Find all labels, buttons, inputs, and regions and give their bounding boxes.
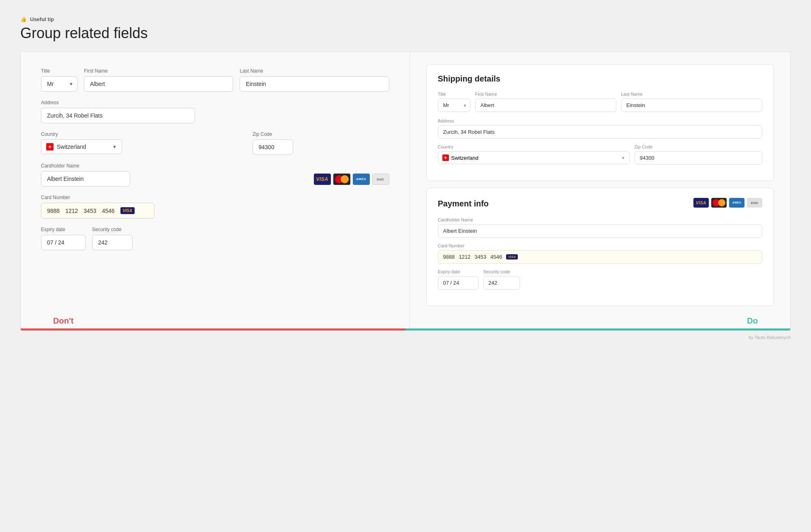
cardholder-input-left[interactable] [41,171,130,187]
name-row-left: Title Mr Ms Dr ▼ First Name Last Name [41,68,389,92]
expiry-security-row-left: Expiry date Security code [41,227,389,250]
shipping-country-value: Switzerland [451,155,619,161]
page-title: Group related fields [20,25,791,42]
shipping-address-group: Address [438,118,763,139]
pay-card-seg1: 9888 [443,254,455,260]
payment-cardholder-input[interactable] [438,224,763,238]
payment-security-group: Security code [483,269,520,290]
shipping-country-label: Country [438,144,630,149]
security-field-group-left: Security code [92,227,133,250]
payment-card: Payment info VISA AMEX DISC Cardholder N… [426,188,775,306]
title-label-left: Title [41,68,77,74]
shipping-firstname-input[interactable] [475,99,616,112]
left-panel: Title Mr Ms Dr ▼ First Name Last Name [21,52,410,330]
card-number-field-group-left: Card Number 9888 1212 3453 4546 VISA [41,195,389,219]
card-seg1-left: 9888 [47,208,60,214]
cardholder-label-left: Cardholder Name [41,163,307,169]
shipping-country-select[interactable]: Switzerland ▼ [438,151,630,164]
shipping-title-row: Shipping details [438,74,763,84]
shipping-name-row: Title Mr Ms Dr ▼ First Name Las [438,92,763,112]
payment-expiry-group: Expiry date [438,269,478,290]
swiss-flag-left [46,143,54,150]
country-label-left: Country [41,131,246,137]
shipping-title-group: Title Mr Ms Dr ▼ [438,92,470,112]
mc-logo-left [333,174,350,185]
payment-expiry-label: Expiry date [438,269,478,274]
security-input-left[interactable] [92,235,133,250]
shipping-address-label: Address [438,118,763,123]
pay-visa-badge: VISA [506,254,518,260]
card-logos-left: VISA AMEX DISC [314,174,389,185]
shipping-zip-label: Zip Code [635,144,762,149]
shipping-title: Shipping details [438,74,500,84]
expiry-label-left: Expiry date [41,227,86,232]
payment-cardholder-group: Cardholder Name [438,217,763,238]
zip-label-left: Zip Code [253,131,389,137]
amex-logo-right: AMEX [729,198,744,208]
shipping-lastname-label: Last Name [621,92,762,97]
mc-logo-right [711,198,727,208]
cardholder-field-group-left: Cardholder Name [41,163,307,187]
shipping-country-group: Country Switzerland ▼ [438,144,630,165]
country-value-left: Switzerland [57,144,109,150]
shipping-card: Shipping details Title Mr Ms Dr ▼ [426,64,775,181]
payment-title-row: Payment info VISA AMEX DISC [438,198,763,209]
card-seg3-left: 3453 [84,208,96,214]
page-header: 👍 Useful tip Group related fields [20,16,791,42]
amex-logo-left: AMEX [353,174,370,185]
attribution: by Taras Bakusevych [20,335,791,340]
payment-expiry-security-row: Expiry date Security code [438,269,763,290]
payment-expiry-input[interactable] [438,276,478,290]
address-label-left: Address [41,100,389,105]
card-number-input-left[interactable]: 9888 1212 3453 4546 VISA [41,203,154,219]
address-input-left[interactable] [41,108,195,123]
payment-security-label: Security code [483,269,520,274]
card-seg2-left: 1212 [65,208,78,214]
expiry-input-left[interactable] [41,235,86,250]
lastname-label-left: Last Name [240,68,389,74]
title-select-left[interactable]: Mr Ms Dr [41,76,77,92]
address-field-group-left: Address [41,100,389,123]
shipping-lastname-input[interactable] [621,99,762,112]
payment-card-number-input[interactable]: 9888 1212 3453 4546 VISA [438,250,763,264]
visa-logo-left: VISA [314,174,331,185]
country-zip-row-left: Country Switzerland ▼ Zip Code [41,131,389,155]
shipping-title-select-wrapper[interactable]: Mr Ms Dr ▼ [438,99,470,112]
shipping-swiss-flag [442,154,449,161]
country-field-group-left: Country Switzerland ▼ [41,131,246,155]
pay-card-seg4: 4546 [490,254,502,260]
shipping-address-input[interactable] [438,125,763,139]
shipping-country-arrow: ▼ [621,156,625,160]
pay-card-seg2: 1212 [459,254,470,260]
shipping-firstname-group: First Name [475,92,616,112]
payment-card-number-label: Card Number [438,243,763,248]
expiry-field-group-left: Expiry date [41,227,86,250]
payment-title: Payment info [438,199,489,208]
payment-card-number-group: Card Number 9888 1212 3453 4546 VISA [438,243,763,264]
visa-logo-right: VISA [693,198,709,208]
discover-logo-left: DISC [372,174,389,185]
zip-field-group-left: Zip Code [253,131,389,155]
payment-cardholder-label: Cardholder Name [438,217,763,222]
title-select-wrapper-left[interactable]: Mr Ms Dr ▼ [41,76,77,92]
zip-input-left[interactable] [253,139,293,155]
country-select-left[interactable]: Switzerland ▼ [41,139,122,154]
firstname-field-group-left: First Name [84,68,233,92]
do-label: Do [747,316,758,326]
card-visa-badge-left: VISA [120,207,135,214]
pay-card-seg3: 3453 [474,254,486,260]
shipping-zip-input[interactable] [635,151,762,165]
thumbsup-icon: 👍 [20,16,27,22]
shipping-title-select[interactable]: Mr Ms Dr [438,99,470,112]
card-number-label-left: Card Number [41,195,389,200]
tip-label: 👍 Useful tip [20,16,791,22]
shipping-zip-group: Zip Code [635,144,762,165]
lastname-input-left[interactable] [240,76,389,92]
firstname-input-left[interactable] [84,76,233,92]
title-field-group-left: Title Mr Ms Dr ▼ [41,68,77,92]
card-seg4-left: 4546 [102,208,114,214]
shipping-lastname-group: Last Name [621,92,762,112]
country-arrow-left: ▼ [112,144,117,149]
payment-security-input[interactable] [483,276,520,290]
card-logos-right: VISA AMEX DISC [693,198,762,208]
